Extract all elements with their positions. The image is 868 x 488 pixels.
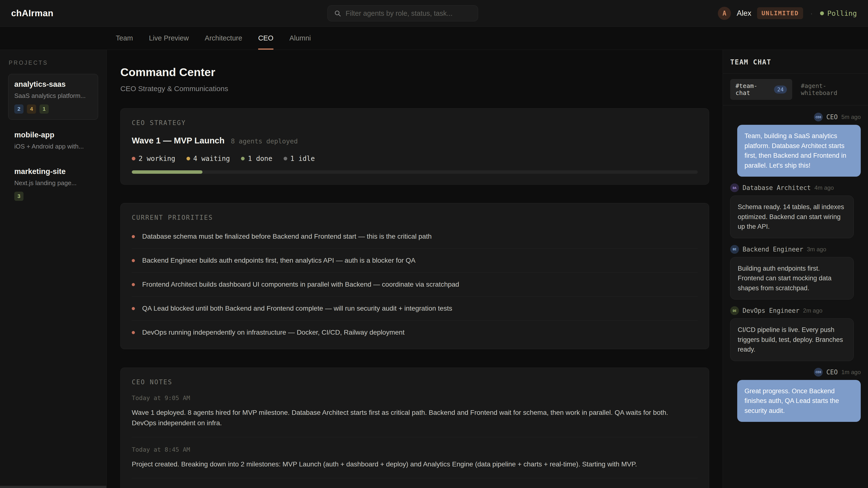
chat-tab-team-chat[interactable]: #team-chat 24 [730, 79, 792, 100]
avatar: CEO [814, 113, 823, 121]
badge-waiting-count: 4 [27, 104, 36, 114]
avatar: DA [730, 183, 739, 192]
strategy-card-label: CEO STRATEGY [132, 119, 698, 126]
message-author: DevOps Engineer [743, 307, 800, 314]
priority-text: Backend Engineer builds auth endpoints f… [142, 256, 415, 264]
search-icon [334, 10, 341, 17]
message-time: 1m ago [841, 369, 861, 375]
projects-sidebar: PROJECTS analytics-saas SaaS analytics p… [0, 50, 106, 488]
message-bubble: Schema ready. 14 tables, all indexes opt… [730, 195, 854, 238]
chat-tab-agent-whiteboard[interactable]: #agent-whiteboard [801, 82, 861, 96]
project-item-marketing-site[interactable]: marketing-site Next.js landing page... 3 [8, 161, 98, 207]
status-done-label: 1 done [248, 155, 272, 162]
badge-working-count: 2 [14, 104, 24, 114]
note-entry: Today at 8:45 AM Project created. Breaki… [132, 437, 698, 478]
priority-item: Frontend Architect builds dashboard UI c… [132, 273, 698, 297]
app-window: chAIrman A Alex UNLIMITED · Polling Team… [0, 0, 868, 488]
message-time: 4m ago [814, 184, 834, 191]
tab-live-preview[interactable]: Live Preview [149, 27, 189, 50]
top-header: chAIrman A Alex UNLIMITED · Polling [0, 0, 868, 27]
chat-message: CEO CEO 5m ago Team, building a SaaS ana… [730, 113, 861, 177]
project-item-analytics-saas[interactable]: analytics-saas SaaS analytics platform..… [8, 74, 98, 120]
note-entry: Today at 9:05 AM Wave 1 deployed. 8 agen… [132, 386, 698, 437]
message-time: 3m ago [807, 246, 826, 253]
badge-done-count: 1 [39, 104, 49, 114]
project-badges: 2 4 1 [14, 104, 92, 114]
note-timestamp: Yesterday at 11:30 PM [132, 487, 698, 488]
app-logo: chAIrman [11, 8, 54, 19]
status-working: 2 working [132, 155, 175, 162]
chat-tab-label: #team-chat [736, 82, 770, 96]
priorities-card-label: CURRENT PRIORITIES [132, 214, 698, 221]
bullet-icon [132, 259, 135, 262]
main-nav: Team Live Preview Architecture CEO Alumn… [0, 27, 868, 50]
bullet-icon [132, 307, 135, 310]
ceo-notes-card: CEO NOTES Today at 9:05 AM Wave 1 deploy… [120, 368, 709, 488]
chat-message: DA Database Architect 4m ago Schema read… [730, 183, 861, 238]
team-chat-panel: TEAM CHAT #team-chat 24 #agent-whiteboar… [723, 50, 868, 488]
avatar: BE [730, 245, 739, 254]
chat-message-list[interactable]: CEO CEO 5m ago Team, building a SaaS ana… [723, 105, 868, 436]
wave-progress-fill [132, 170, 203, 174]
message-bubble: Building auth endpoints first. Frontend … [730, 257, 854, 300]
current-priorities-card: CURRENT PRIORITIES Database schema must … [120, 203, 709, 349]
polling-status-dot [820, 11, 824, 15]
header-separator-dot: · [810, 9, 813, 18]
note-text: Wave 1 deployed. 8 agents hired for MVP … [132, 407, 689, 428]
ceo-strategy-card: CEO STRATEGY Wave 1 — MVP Launch 8 agent… [120, 108, 709, 185]
message-bubble: Great progress. Once Backend finishes au… [737, 380, 861, 422]
badge-done-count: 3 [14, 192, 24, 201]
status-idle-dot [284, 157, 287, 160]
project-name: mobile-app [14, 131, 92, 139]
message-time: 2m ago [803, 307, 823, 314]
status-idle-label: 1 idle [290, 155, 315, 162]
bullet-icon [132, 235, 135, 238]
status-waiting-label: 4 waiting [193, 155, 230, 162]
chat-message: DE DevOps Engineer 2m ago CI/CD pipeline… [730, 306, 861, 361]
project-desc: Next.js landing page... [14, 179, 92, 187]
command-center-panel: Command Center CEO Strategy & Communicat… [106, 50, 723, 488]
chat-message: CEO CEO 1m ago Great progress. Once Back… [730, 368, 861, 422]
polling-status: Polling [820, 9, 857, 18]
priority-text: Frontend Architect builds dashboard UI c… [142, 281, 459, 288]
agent-filter-search[interactable] [328, 5, 478, 21]
status-done: 1 done [241, 155, 272, 162]
avatar: CEO [814, 368, 823, 376]
unread-count-badge: 24 [774, 86, 787, 94]
wave-progress-bar [132, 170, 698, 174]
plan-badge: UNLIMITED [757, 7, 803, 19]
project-item-mobile-app[interactable]: mobile-app iOS + Android app with... [8, 125, 98, 156]
priorities-list: Database schema must be finalized before… [132, 224, 698, 338]
page-subtitle: CEO Strategy & Communications [120, 85, 709, 93]
page-title: Command Center [120, 65, 709, 79]
project-desc: SaaS analytics platform... [14, 92, 92, 99]
user-avatar[interactable]: A [718, 7, 731, 20]
priority-item: Database schema must be finalized before… [132, 224, 698, 249]
message-author: Backend Engineer [743, 246, 803, 253]
note-timestamp: Today at 8:45 AM [132, 446, 698, 453]
project-desc: iOS + Android app with... [14, 143, 92, 150]
status-working-dot [132, 157, 135, 160]
message-author: CEO [826, 369, 838, 376]
agent-status-row: 2 working 4 waiting 1 done 1 idle [132, 155, 698, 162]
tab-ceo[interactable]: CEO [258, 27, 273, 50]
chat-panel-title: TEAM CHAT [723, 50, 868, 74]
priority-item: QA Lead blocked until both Backend and F… [132, 297, 698, 321]
status-waiting: 4 waiting [186, 155, 230, 162]
wave-title: Wave 1 — MVP Launch [132, 136, 224, 145]
header-user-area: A Alex UNLIMITED · Polling [718, 7, 857, 20]
note-text: Project created. Breaking down into 2 mi… [132, 459, 689, 469]
status-idle: 1 idle [284, 155, 315, 162]
chat-message: BE Backend Engineer 3m ago Building auth… [730, 245, 861, 300]
notes-card-label: CEO NOTES [132, 378, 698, 386]
priority-text: Database schema must be finalized before… [142, 233, 432, 240]
chat-tabs: #team-chat 24 #agent-whiteboard [723, 74, 868, 105]
tab-architecture[interactable]: Architecture [205, 27, 242, 50]
priority-text: DevOps running independently on infrastr… [142, 329, 404, 336]
sidebar-scrollbar[interactable] [0, 486, 106, 488]
message-bubble: CI/CD pipeline is live. Every push trigg… [730, 318, 854, 361]
tab-alumni[interactable]: Alumni [289, 27, 311, 50]
polling-status-label: Polling [827, 9, 857, 18]
tab-team[interactable]: Team [116, 27, 133, 50]
search-input[interactable] [346, 9, 471, 18]
